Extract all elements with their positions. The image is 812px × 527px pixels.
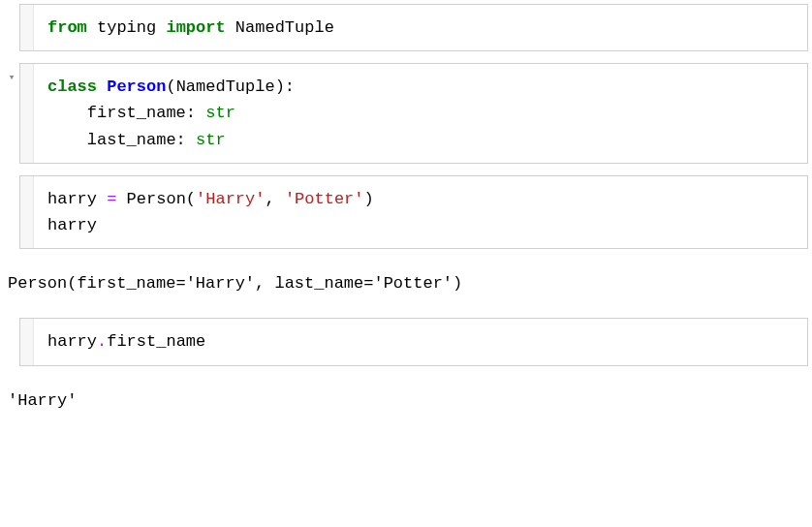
code-editor[interactable]: harry.first_name xyxy=(34,319,807,364)
prompt-gutter xyxy=(20,5,34,50)
cell-gutter xyxy=(4,175,19,249)
cell-gutter xyxy=(4,318,19,365)
keyword-import: import xyxy=(166,18,225,37)
code-cell: ▾ class Person(NamedTuple): first_name: … xyxy=(4,63,808,164)
cell-gutter xyxy=(4,4,19,51)
code-editor[interactable]: harry = Person('Harry', 'Potter') harry xyxy=(34,176,807,248)
code-cell: harry.first_name xyxy=(4,318,808,365)
code-cell: harry = Person('Harry', 'Potter') harry xyxy=(4,175,808,249)
variable-name: harry xyxy=(47,190,107,208)
output-text: 'Harry' xyxy=(8,391,77,410)
prompt-gutter xyxy=(20,319,34,364)
prompt-gutter xyxy=(20,64,34,163)
keyword-from: from xyxy=(47,18,87,37)
code-cell: from typing import NamedTuple xyxy=(4,4,808,51)
call-open: Person( xyxy=(116,190,196,208)
cell-output: 'Harry' xyxy=(4,378,808,423)
collapse-arrow-icon[interactable]: ▾ xyxy=(9,73,16,83)
call-close: ) xyxy=(364,190,374,208)
type-annotation: str xyxy=(196,131,226,149)
module-name: typing xyxy=(87,18,167,37)
code-editor[interactable]: from typing import NamedTuple xyxy=(34,5,807,50)
class-name: Person xyxy=(107,78,166,96)
attribute-name: first_name xyxy=(107,332,205,351)
class-bases: (NamedTuple): xyxy=(166,78,295,96)
cell-input-container: class Person(NamedTuple): first_name: st… xyxy=(19,63,808,164)
comma-sep: , xyxy=(265,190,284,208)
expression: harry xyxy=(47,216,97,234)
imported-name: NamedTuple xyxy=(226,18,334,37)
output-text: Person(first_name='Harry', last_name='Po… xyxy=(8,274,462,293)
cell-gutter[interactable]: ▾ xyxy=(4,63,19,164)
space xyxy=(97,78,107,96)
variable-name: harry xyxy=(47,332,97,351)
operator-dot: . xyxy=(97,332,107,351)
field-decl: last_name: xyxy=(47,131,196,149)
prompt-gutter xyxy=(20,176,34,248)
type-annotation: str xyxy=(205,104,235,122)
cell-input-container: from typing import NamedTuple xyxy=(19,4,808,51)
string-literal: 'Potter' xyxy=(285,190,364,208)
operator-equals: = xyxy=(107,190,116,208)
code-editor[interactable]: class Person(NamedTuple): first_name: st… xyxy=(34,64,807,163)
keyword-class: class xyxy=(47,78,97,96)
cell-input-container: harry = Person('Harry', 'Potter') harry xyxy=(19,175,808,249)
field-decl: first_name: xyxy=(47,104,205,122)
cell-input-container: harry.first_name xyxy=(19,318,808,365)
cell-output: Person(first_name='Harry', last_name='Po… xyxy=(4,261,808,306)
string-literal: 'Harry' xyxy=(196,190,265,208)
